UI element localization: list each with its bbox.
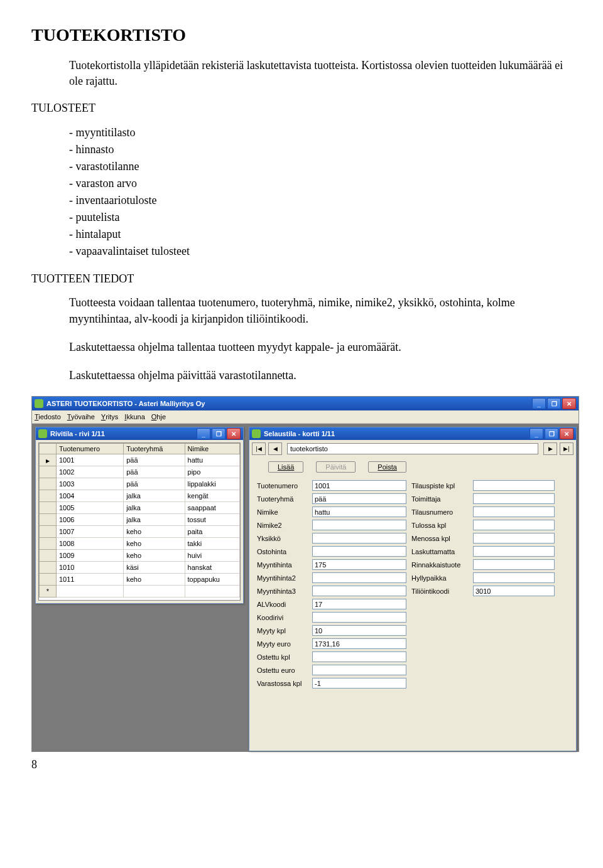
field-label: Tiliöintikoodi	[411, 587, 468, 595]
nav-first-button[interactable]: |◀	[252, 442, 266, 455]
field-label: Tuotenumero	[257, 482, 307, 490]
field-input[interactable]	[312, 599, 406, 609]
menu-item[interactable]: Ohje	[151, 413, 166, 421]
menu-item[interactable]: Ikkuna	[124, 413, 144, 421]
menu-item[interactable]: Tiedosto	[35, 413, 61, 421]
delete-button[interactable]: Poista	[368, 461, 406, 473]
maximize-button[interactable]: ❐	[547, 398, 561, 409]
field-input[interactable]	[312, 638, 406, 649]
field-input[interactable]	[312, 625, 406, 636]
field-input[interactable]	[312, 506, 406, 517]
table-row[interactable]: 1005jalkasaappaat	[40, 502, 240, 514]
heading-1: TUOTEKORTISTO	[31, 25, 572, 45]
field-input[interactable]	[312, 559, 406, 570]
field-label: Myyntihinta	[257, 561, 307, 569]
field-input[interactable]	[473, 572, 555, 583]
field-input[interactable]	[473, 493, 555, 504]
field-input[interactable]	[312, 665, 406, 675]
table-row[interactable]: 1006jalkatossut	[40, 514, 240, 526]
bullet-item: puutelista	[69, 209, 572, 226]
field-label: Tilauspiste kpl	[411, 482, 468, 490]
maximize-button[interactable]: ❐	[212, 428, 225, 439]
table-row[interactable]: 1003päälippalakki	[40, 478, 240, 490]
field-input[interactable]	[312, 651, 406, 662]
add-button[interactable]: Lisää	[268, 461, 303, 473]
rivitila-window: Rivitila - rivi 1/11 _ ❐ ✕ TuotenumeroTu…	[35, 427, 244, 604]
field-label: Tulossa kpl	[411, 522, 468, 529]
nav-next-button[interactable]: ▶	[543, 442, 557, 455]
maximize-button[interactable]: ❐	[545, 428, 558, 439]
field-label: Tilausnumero	[411, 508, 468, 516]
intro-paragraph: Tuotekortistolla ylläpidetään rekisteriä…	[69, 58, 572, 89]
field-label: Ostettu euro	[257, 667, 307, 674]
table-row[interactable]: 1004jalkakengät	[40, 490, 240, 502]
field-input[interactable]	[312, 678, 406, 689]
minimize-button[interactable]: _	[197, 428, 210, 439]
bullet-item: varaston arvo	[69, 175, 572, 192]
table-row[interactable]: 1008kehotakki	[40, 538, 240, 550]
nav-last-button[interactable]: ▶|	[560, 442, 573, 455]
field-input[interactable]	[312, 586, 406, 596]
field-label: Yksikkö	[257, 535, 307, 542]
rivitila-title: Rivitila - rivi 1/11	[50, 430, 105, 437]
window-icon	[38, 429, 47, 438]
field-input[interactable]	[473, 546, 555, 557]
menu-item[interactable]: Yritys	[101, 413, 119, 421]
page-number: 8	[31, 758, 572, 771]
field-input[interactable]	[473, 533, 555, 544]
table-row[interactable]: 1011kehotoppapuku	[40, 574, 240, 586]
field-label: Tuoteryhmä	[257, 495, 307, 503]
col-header[interactable]: Nimike	[185, 444, 239, 454]
field-input[interactable]	[473, 506, 555, 517]
bullet-item: hinnasto	[69, 141, 572, 158]
minimize-button[interactable]: _	[532, 398, 546, 409]
close-button[interactable]: ✕	[562, 398, 576, 409]
field-input[interactable]	[312, 520, 406, 530]
close-button[interactable]: ✕	[560, 428, 573, 439]
bullet-item: inventaariotuloste	[69, 192, 572, 209]
field-label: Myyntihinta2	[257, 574, 307, 582]
table-row[interactable]: 1009kehohuivi	[40, 550, 240, 562]
field-label: ALVkoodi	[257, 601, 307, 608]
col-header[interactable]: Tuoteryhmä	[124, 444, 185, 454]
col-header[interactable]: Tuotenumero	[57, 444, 124, 454]
field-input[interactable]	[473, 559, 555, 570]
field-input[interactable]	[473, 480, 555, 491]
field-input[interactable]	[473, 520, 555, 530]
close-button[interactable]: ✕	[227, 428, 241, 439]
field-label: Varastossa kpl	[257, 680, 307, 687]
field-label: Laskuttamatta	[411, 548, 468, 555]
menu-item[interactable]: Työvaihe	[67, 413, 95, 421]
para-2: Laskutettaessa ohjelma tallentaa tuottee…	[69, 340, 572, 355]
minimize-button[interactable]: _	[530, 428, 543, 439]
field-input[interactable]	[312, 546, 406, 557]
table-row[interactable]: 1002pääpipo	[40, 466, 240, 478]
table-row[interactable]: 1007kehopaita	[40, 526, 240, 538]
field-label: Hyllypaikka	[411, 574, 468, 582]
field-label: Nimike	[257, 508, 307, 516]
form-grid: TuotenumeroTilauspiste kplTuoteryhmäToim…	[249, 480, 576, 689]
mdi-area: Rivitila - rivi 1/11 _ ❐ ✕ TuotenumeroTu…	[32, 424, 579, 752]
field-input[interactable]	[312, 480, 406, 491]
field-input[interactable]	[312, 533, 406, 544]
field-input[interactable]	[312, 572, 406, 583]
update-button[interactable]: Päivitä	[316, 461, 356, 473]
table-row[interactable]: 1001päähattu	[40, 454, 240, 466]
field-label: Rinnakkaistuote	[411, 561, 468, 569]
main-titlebar: ASTERI TUOTEKORTISTO - Asteri Malliyrity…	[32, 397, 579, 410]
selaustila-titlebar: Selaustila - kortti 1/11 _ ❐ ✕	[249, 427, 576, 440]
rivitila-grid[interactable]: TuotenumeroTuoteryhmäNimike1001päähattu1…	[38, 442, 241, 601]
field-input[interactable]	[473, 586, 555, 596]
nav-prev-button[interactable]: ◀	[268, 442, 282, 455]
field-input[interactable]	[312, 612, 406, 623]
field-label: Toimittaja	[411, 495, 468, 503]
rivitila-titlebar: Rivitila - rivi 1/11 _ ❐ ✕	[36, 427, 243, 440]
field-label: Menossa kpl	[411, 535, 468, 542]
bullet-item: hintalaput	[69, 226, 572, 243]
record-navbar: |◀ ◀ tuotekortisto ▶ ▶|	[249, 440, 576, 458]
bullet-item: varastotilanne	[69, 158, 572, 175]
para-3: Laskutettaessa ohjelma päivittää varasto…	[69, 368, 572, 383]
table-row[interactable]: 1010käsihanskat	[40, 562, 240, 574]
field-label: Myyty euro	[257, 640, 307, 648]
field-input[interactable]	[312, 493, 406, 504]
